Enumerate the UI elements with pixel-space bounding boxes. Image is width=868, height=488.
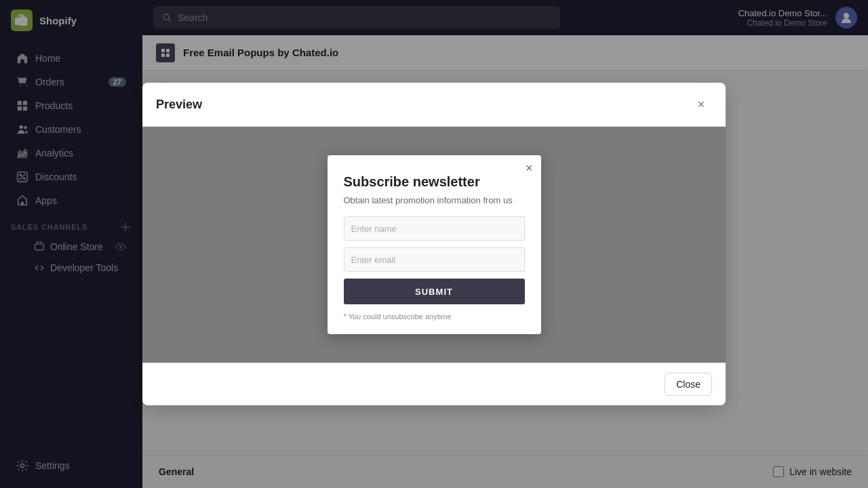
preview-modal: Preview × × Subscribe newsletter Obtain … bbox=[142, 83, 726, 405]
modal-overlay: Preview × × Subscribe newsletter Obtain … bbox=[0, 0, 868, 488]
popup-name-input[interactable] bbox=[344, 216, 525, 241]
popup-submit-button[interactable]: SUBMIT bbox=[344, 279, 525, 304]
popup-note: * You could unsubscribe anytime bbox=[344, 312, 525, 321]
newsletter-popup: × Subscribe newsletter Obtain latest pro… bbox=[328, 155, 541, 334]
popup-close-button[interactable]: × bbox=[526, 162, 533, 174]
popup-email-input[interactable] bbox=[344, 247, 525, 272]
modal-body: × Subscribe newsletter Obtain latest pro… bbox=[142, 127, 726, 363]
modal-title: Preview bbox=[156, 98, 202, 112]
popup-title: Subscribe newsletter bbox=[344, 174, 525, 190]
modal-footer: Close bbox=[142, 363, 726, 405]
modal-close-button[interactable]: × bbox=[690, 94, 712, 115]
preview-area: × Subscribe newsletter Obtain latest pro… bbox=[142, 127, 726, 363]
popup-subtitle: Obtain latest promotion information from… bbox=[344, 195, 525, 205]
modal-header: Preview × bbox=[142, 83, 726, 127]
close-button[interactable]: Close bbox=[665, 373, 712, 396]
